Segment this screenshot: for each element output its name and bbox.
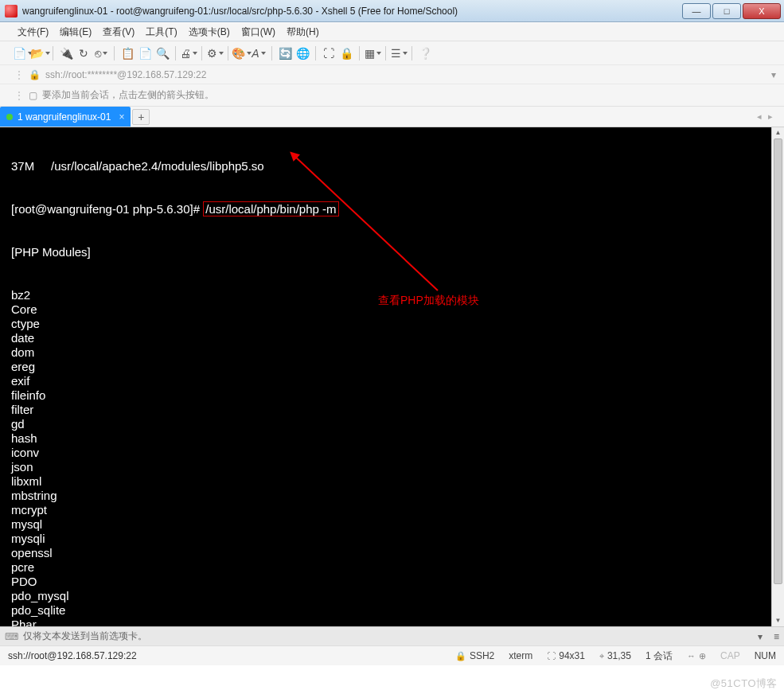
menu-tabs[interactable]: 选项卡(B) (189, 25, 230, 39)
hint-icon[interactable]: ▢ (29, 90, 37, 101)
app-icon (5, 5, 18, 18)
tab-prev-icon[interactable]: ◂ (757, 111, 762, 122)
disconnect-icon[interactable]: ⎋ (93, 45, 109, 61)
lock-icon[interactable]: 🔒 (338, 45, 354, 61)
menu-tools[interactable]: 工具(T) (146, 25, 177, 39)
menu-view[interactable]: 查看(V) (103, 25, 135, 39)
separator (359, 46, 360, 60)
input-bar: ⌨ 仅将文本发送到当前选项卡。 ▾ ≡ (0, 626, 784, 645)
separator (271, 46, 272, 60)
status-sep: ↔⊕ (687, 651, 706, 661)
font-icon[interactable]: A (251, 45, 267, 61)
separator (201, 46, 202, 60)
lock-small-icon: 🔒 (29, 69, 41, 80)
terminal-line: filter (0, 403, 784, 417)
help-icon[interactable]: ❔ (417, 45, 433, 61)
terminal-line: json (0, 460, 784, 474)
minimize-button[interactable]: — (682, 3, 711, 19)
globe-icon[interactable]: 🌐 (294, 45, 310, 61)
paste-icon[interactable]: 📄 (137, 45, 153, 61)
annotation-text: 查看PHP加载的模块 (378, 293, 479, 307)
input-dropdown-icon[interactable]: ▾ (758, 631, 763, 642)
layout-icon[interactable]: ▦ (365, 45, 380, 61)
status-term: xterm (509, 650, 532, 661)
terminal-line: ereg (0, 360, 784, 374)
terminal-line: mysqli (0, 532, 784, 546)
tab-bar: 1 wangruifenglinux-01 × + ◂ ▸ (0, 107, 784, 127)
terminal-line: hash (0, 431, 784, 446)
hint-bar: ⋮ ▢ 要添加当前会话，点击左侧的箭头按钮。 (0, 84, 784, 107)
terminal-line: pdo_mysql (0, 589, 784, 603)
terminal-line: openssl (0, 546, 784, 560)
terminal-line: iconv (0, 446, 784, 460)
keyboard-icon: ⌨ (5, 631, 18, 642)
dots-icon: ⋮ (14, 69, 24, 80)
terminal-line: Phar (0, 618, 784, 626)
scroll-down-icon[interactable]: ▼ (772, 615, 784, 626)
highlighted-command: /usr/local/php/bin/php -m (203, 201, 338, 216)
status-num: NUM (755, 650, 776, 661)
terminal-line: 37M /usr/local/apache2.4/modules/libphp5… (0, 159, 784, 174)
tab-close-icon[interactable]: × (119, 111, 124, 123)
svg-line-0 (294, 156, 438, 290)
session-tab[interactable]: 1 wangruifenglinux-01 × (0, 107, 131, 127)
status-dot-icon (6, 114, 13, 120)
separator (385, 46, 386, 60)
terminal-line: mcrypt (0, 503, 784, 517)
terminal-line: mysql (0, 517, 784, 532)
open-icon[interactable]: 📂 (32, 45, 48, 61)
list-icon[interactable]: ☰ (391, 45, 407, 61)
dropdown-icon[interactable]: ▾ (771, 69, 776, 80)
status-bar: ssh://root@192.168.57.129:22 🔒SSH2 xterm… (0, 645, 784, 665)
color-icon[interactable]: 🎨 (233, 45, 249, 61)
tab-next-icon[interactable]: ▸ (768, 111, 773, 122)
hint-text: 要添加当前会话，点击左侧的箭头按钮。 (42, 88, 214, 102)
close-button[interactable]: X (743, 3, 781, 19)
properties-icon[interactable]: ⚙ (207, 45, 223, 61)
lock-icon: 🔒 (455, 651, 466, 661)
separator (315, 46, 316, 60)
terminal-line: fileinfo (0, 388, 784, 403)
address-text[interactable]: ssh://root:********@192.168.57.129:22 (45, 69, 766, 80)
copy-icon[interactable]: 📋 (119, 45, 135, 61)
separator (53, 46, 53, 60)
print-icon[interactable]: 🖨 (181, 45, 197, 61)
terminal-line: pcre (0, 560, 784, 575)
find-icon[interactable]: 🔍 (154, 45, 170, 61)
connect-icon[interactable]: 🔌 (58, 45, 74, 61)
terminal-line: libxml (0, 474, 784, 489)
menu-window[interactable]: 窗口(W) (241, 25, 275, 39)
terminal-line: mbstring (0, 489, 784, 503)
terminal-line: exif (0, 374, 784, 388)
terminal-scrollbar[interactable]: ▲ ▼ (771, 127, 784, 626)
menu-help[interactable]: 帮助(H) (287, 25, 319, 39)
size-icon: ⛶ (547, 651, 556, 661)
menu-file[interactable]: 文件(F) (18, 25, 49, 39)
refresh-icon[interactable]: 🔄 (277, 45, 293, 61)
terminal[interactable]: 37M /usr/local/apache2.4/modules/libphp5… (0, 127, 784, 626)
fullscreen-icon[interactable]: ⛶ (321, 45, 337, 61)
terminal-line: dom (0, 345, 784, 360)
dots-icon: ⋮ (14, 90, 24, 101)
reconnect-icon[interactable]: ↻ (76, 45, 92, 61)
menu-edit[interactable]: 编辑(E) (60, 25, 92, 39)
maximize-button[interactable]: □ (712, 3, 741, 19)
tab-label: 1 wangruifenglinux-01 (18, 111, 111, 123)
status-cursor: ⌖31,35 (599, 650, 631, 661)
status-ssh: 🔒SSH2 (455, 650, 494, 661)
input-bar-text[interactable]: 仅将文本发送到当前选项卡。 (23, 630, 147, 643)
menu-bar: 文件(F) 编辑(E) 查看(V) 工具(T) 选项卡(B) 窗口(W) 帮助(… (0, 22, 784, 41)
terminal-line: ctype (0, 317, 784, 331)
new-session-icon[interactable]: 📄 (14, 45, 30, 61)
address-bar: ⋮ 🔒 ssh://root:********@192.168.57.129:2… (0, 65, 784, 84)
terminal-line: date (0, 331, 784, 345)
scroll-thumb[interactable] (774, 138, 782, 584)
scroll-up-icon[interactable]: ▲ (772, 127, 784, 138)
separator (114, 46, 115, 60)
input-menu-icon[interactable]: ≡ (774, 631, 779, 642)
watermark: @51CTO博客 (710, 676, 778, 691)
annotation-arrow-icon (287, 151, 493, 310)
status-sessions: 1 会话 (646, 649, 673, 663)
new-tab-button[interactable]: + (132, 109, 150, 125)
terminal-line: PDO (0, 575, 784, 589)
